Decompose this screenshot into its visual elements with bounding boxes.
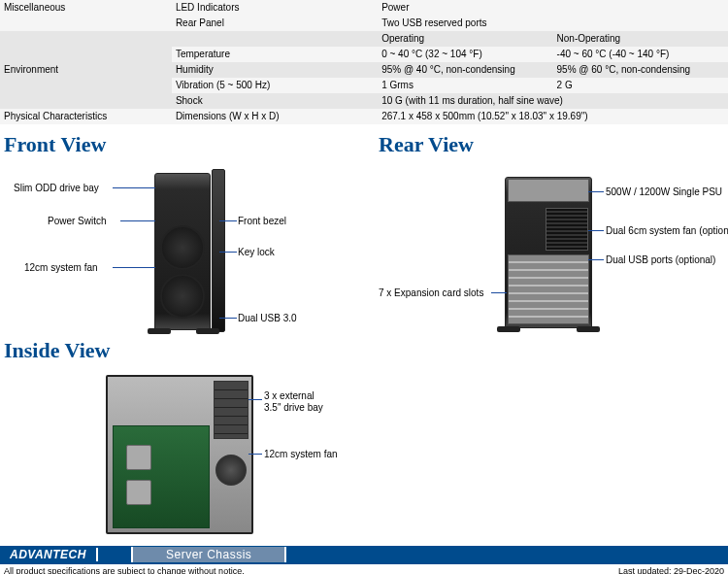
product-category: Server Chassis	[131, 547, 286, 562]
inside-view-section: Inside View 3 x external 3.5" drive bay …	[4, 332, 353, 542]
label-slots: 7 x Expansion card slots	[379, 287, 483, 298]
rear-view-title: Rear View	[379, 132, 728, 157]
label-bezel: Front bezel	[238, 216, 286, 226]
label-rear-fan: Dual 6cm system fan (optional)	[606, 225, 728, 236]
fan-icon	[160, 225, 205, 270]
brand-logo: ADVANTECH	[0, 548, 98, 561]
cpu-icon	[126, 480, 151, 505]
disclaimer-text: All product specifications are subject t…	[4, 566, 245, 574]
expansion-slots-icon	[508, 254, 589, 324]
front-view-diagram: Slim ODD drive bay Power Switch 12cm sys…	[4, 161, 353, 336]
label-front-fan: 12cm system fan	[24, 262, 98, 273]
label-inside-fan: 12cm system fan	[264, 449, 338, 459]
cat-misc: Miscellaneous	[0, 0, 172, 16]
inside-view-diagram: 3 x external 3.5" drive bay 12cm system …	[4, 367, 353, 542]
spec-table: Miscellaneous LED Indicators Power Rear …	[0, 0, 728, 124]
front-view-section: Front View Slim ODD drive bay Power Swit…	[4, 126, 353, 336]
page-footer: ADVANTECH Server Chassis All product spe…	[0, 546, 728, 574]
cpu-icon	[126, 445, 151, 470]
label-drivebay-l2: 3.5" drive bay	[264, 402, 323, 413]
inside-view-title: Inside View	[4, 338, 353, 363]
label-odd: Slim ODD drive bay	[14, 183, 99, 193]
front-view-title: Front View	[4, 132, 353, 157]
cat-env: Environment	[0, 31, 172, 109]
psu-icon	[508, 179, 589, 202]
label-power-switch: Power Switch	[48, 216, 107, 226]
fan-icon	[160, 274, 205, 319]
motherboard-icon	[113, 425, 210, 528]
base-icon	[577, 326, 600, 332]
inside-fan-icon	[215, 455, 247, 486]
cat-phys: Physical Characteristics	[0, 109, 172, 124]
label-psu: 500W / 1200W Single PSU	[606, 186, 722, 197]
label-drivebay-l1: 3 x external	[264, 390, 314, 401]
last-updated-text: Last updated: 29-Dec-2020	[618, 566, 724, 574]
label-rear-usb: Dual USB ports (optional)	[606, 254, 715, 265]
fan-grille-icon	[546, 208, 588, 251]
front-bezel-icon	[212, 169, 225, 332]
rear-view-section: Rear View 500W / 1200W Single PSU Dual 6…	[379, 126, 728, 336]
rear-view-diagram: 500W / 1200W Single PSU Dual 6cm system …	[379, 161, 728, 336]
label-keylock: Key lock	[238, 247, 275, 257]
base-icon	[497, 326, 520, 332]
label-usb3: Dual USB 3.0	[238, 313, 297, 323]
drive-cage-icon	[214, 381, 248, 439]
